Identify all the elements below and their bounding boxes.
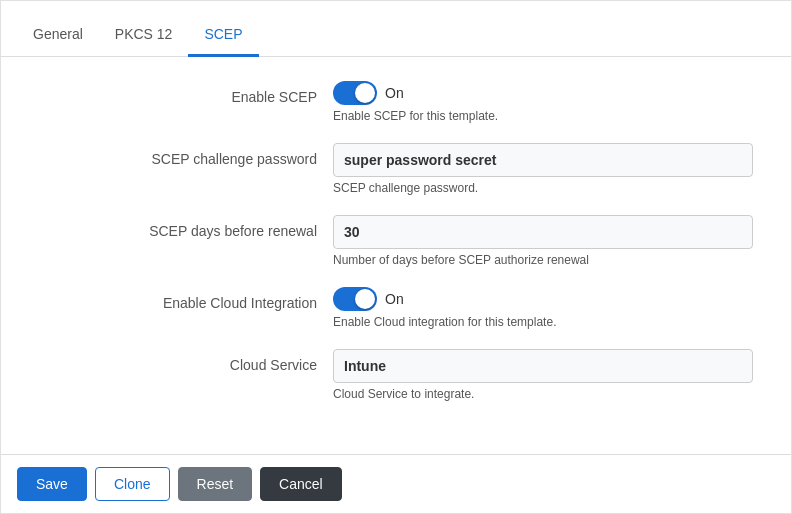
tab-pkcs12[interactable]: PKCS 12 <box>99 14 189 57</box>
cloud-service-control: Cloud Service to integrate. <box>333 349 753 401</box>
scep-password-help: SCEP challenge password. <box>333 181 753 195</box>
scep-days-help: Number of days before SCEP authorize ren… <box>333 253 753 267</box>
enable-cloud-toggle-row: On <box>333 287 753 311</box>
enable-scep-row: Enable SCEP On Enable SCEP for this temp… <box>33 81 759 123</box>
enable-cloud-label: Enable Cloud Integration <box>33 287 333 311</box>
scep-days-label: SCEP days before renewal <box>33 215 333 239</box>
cancel-button[interactable]: Cancel <box>260 467 342 501</box>
scep-days-input[interactable] <box>333 215 753 249</box>
tab-general[interactable]: General <box>17 14 99 57</box>
scep-days-row: SCEP days before renewal Number of days … <box>33 215 759 267</box>
enable-scep-help: Enable SCEP for this template. <box>333 109 753 123</box>
enable-cloud-value: On <box>385 291 404 307</box>
cloud-service-label: Cloud Service <box>33 349 333 373</box>
enable-scep-label: Enable SCEP <box>33 81 333 105</box>
enable-cloud-help: Enable Cloud integration for this templa… <box>333 315 753 329</box>
scep-password-row: SCEP challenge password SCEP challenge p… <box>33 143 759 195</box>
enable-scep-toggle[interactable] <box>333 81 377 105</box>
scep-password-control: SCEP challenge password. <box>333 143 753 195</box>
cloud-service-input[interactable] <box>333 349 753 383</box>
scep-password-label: SCEP challenge password <box>33 143 333 167</box>
enable-scep-control: On Enable SCEP for this template. <box>333 81 753 123</box>
tab-scep[interactable]: SCEP <box>188 14 258 57</box>
enable-cloud-toggle[interactable] <box>333 287 377 311</box>
main-content: Enable SCEP On Enable SCEP for this temp… <box>1 57 791 454</box>
footer: Save Clone Reset Cancel <box>1 454 791 513</box>
scep-password-input[interactable] <box>333 143 753 177</box>
tab-bar: General PKCS 12 SCEP <box>1 1 791 57</box>
enable-cloud-row: Enable Cloud Integration On Enable Cloud… <box>33 287 759 329</box>
scep-days-control: Number of days before SCEP authorize ren… <box>333 215 753 267</box>
enable-scep-toggle-row: On <box>333 81 753 105</box>
clone-button[interactable]: Clone <box>95 467 170 501</box>
enable-cloud-control: On Enable Cloud integration for this tem… <box>333 287 753 329</box>
save-button[interactable]: Save <box>17 467 87 501</box>
cloud-service-row: Cloud Service Cloud Service to integrate… <box>33 349 759 401</box>
enable-scep-value: On <box>385 85 404 101</box>
cloud-service-help: Cloud Service to integrate. <box>333 387 753 401</box>
reset-button[interactable]: Reset <box>178 467 253 501</box>
